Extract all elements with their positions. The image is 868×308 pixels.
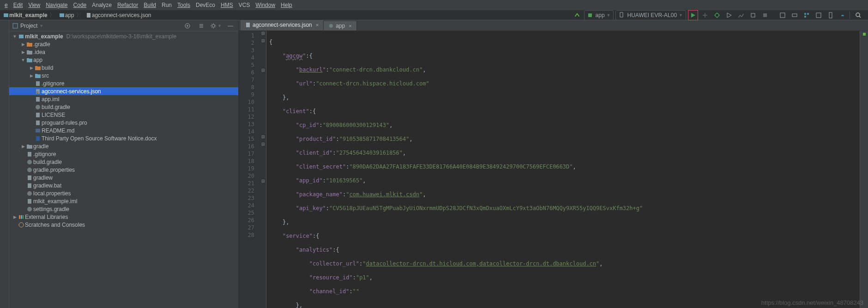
svg-rect-1: [60, 13, 64, 17]
code-editor[interactable]: 1234567891011121314151617181920212223242…: [239, 31, 868, 308]
hide-button[interactable]: —: [225, 21, 235, 31]
expand-icon[interactable]: ▼: [20, 58, 26, 62]
expand-icon[interactable]: ▶: [29, 66, 34, 70]
debug-button[interactable]: [712, 10, 722, 20]
tree-item[interactable]: gradle.properties: [9, 166, 238, 174]
file-icon: [26, 167, 33, 173]
tab-agconnect[interactable]: agconnect-services.json ×: [241, 20, 324, 30]
tree-item[interactable]: ▶gradle: [9, 142, 238, 150]
file-icon: [26, 49, 33, 55]
tree-item-label: .gitignore: [33, 151, 56, 157]
scratches-consoles[interactable]: Scratches and Consoles: [9, 221, 238, 229]
menu-window[interactable]: Window: [253, 1, 278, 9]
svg-rect-50: [21, 215, 22, 219]
menu-edit[interactable]: Edit: [11, 1, 26, 9]
menu-view[interactable]: View: [25, 1, 43, 9]
layout-inspector-button[interactable]: [814, 10, 824, 20]
tree-item[interactable]: .gitignore: [9, 79, 238, 87]
avd-manager-button[interactable]: [778, 10, 788, 20]
device-dropdown[interactable]: HUAWEI EVR-AL00 ▼: [615, 10, 686, 20]
tree-item[interactable]: local.properties: [9, 189, 238, 197]
sync-gradle-button[interactable]: [572, 10, 582, 20]
watermark-text: https://blog.csdn.net/weixin_48708243: [761, 299, 863, 306]
menu-run[interactable]: Run: [159, 1, 175, 9]
tree-item[interactable]: ▶src: [9, 72, 238, 79]
file-icon: [26, 159, 33, 165]
menu-file[interactable]: e: [2, 1, 11, 9]
tree-item[interactable]: {}agconnect-services.json: [9, 87, 238, 95]
tree-item[interactable]: proguard-rules.pro: [9, 119, 238, 127]
chevron-down-icon: ▼: [679, 13, 683, 18]
run-config-dropdown[interactable]: app ▼: [584, 10, 614, 20]
project-tree[interactable]: ▼ mlkit_example D:\workspace\mlkitdemo-3…: [9, 31, 238, 229]
file-icon: [26, 182, 33, 189]
tree-item-label: gradle.properties: [33, 167, 75, 173]
search-everywhere-button[interactable]: [853, 10, 863, 20]
run-button[interactable]: [688, 10, 698, 20]
breadcrumb-file[interactable]: agconnect-services.json: [84, 12, 152, 18]
chevron-down-icon[interactable]: ▼: [39, 24, 43, 28]
apply-changes-button[interactable]: [700, 10, 710, 20]
fold-gutter[interactable]: ⊟⊟⊟⊟⊟⊟: [261, 31, 266, 308]
menu-deveco[interactable]: DevEco: [193, 1, 218, 9]
breadcrumb-project[interactable]: mlkit_example 〉: [2, 11, 58, 19]
menu-tools[interactable]: Tools: [175, 1, 193, 9]
tree-item[interactable]: build.gradle: [9, 158, 238, 166]
tree-item[interactable]: gradlew: [9, 174, 238, 181]
menu-refactor[interactable]: Refactor: [115, 1, 141, 9]
stop-button[interactable]: [760, 10, 770, 20]
expand-icon[interactable]: ▶: [12, 215, 18, 219]
tree-item[interactable]: app.iml: [9, 95, 238, 103]
svg-text:{}: {}: [36, 91, 38, 94]
profile-button[interactable]: [736, 10, 746, 20]
tree-item[interactable]: build.gradle: [9, 103, 238, 111]
device-file-explorer-button[interactable]: [826, 10, 836, 20]
expand-icon[interactable]: ▶: [29, 73, 34, 78]
tree-item[interactable]: README.md: [9, 127, 238, 134]
tree-item[interactable]: ▶.gradle: [9, 40, 238, 48]
tree-item-label: gradlew.bat: [33, 182, 61, 189]
attach-debugger-button[interactable]: [748, 10, 758, 20]
tree-item[interactable]: ▼app: [9, 56, 238, 64]
menu-analyze[interactable]: Analyze: [89, 1, 115, 9]
breadcrumb-module[interactable]: app 〉: [58, 11, 84, 19]
menu-vcs[interactable]: VCS: [236, 1, 253, 9]
close-tab-icon[interactable]: ×: [314, 22, 319, 28]
left-tool-strip[interactable]: [0, 20, 9, 308]
svg-rect-25: [27, 58, 29, 60]
navigation-bar: mlkit_example 〉 app 〉 agconnect-services…: [0, 10, 868, 20]
expand-icon[interactable]: ▼: [12, 34, 18, 39]
tree-item[interactable]: settings.gradle: [9, 205, 238, 213]
tree-item[interactable]: .gitignore: [9, 150, 238, 158]
project-icon: [3, 12, 9, 18]
code-content[interactable]: { "agcgw":{ "backurl":"connect-drcn.dban…: [266, 31, 860, 308]
menu-code[interactable]: Code: [71, 1, 90, 9]
expand-icon[interactable]: ▶: [20, 42, 26, 47]
tree-item[interactable]: LICENSE: [9, 111, 238, 119]
editor-error-stripe[interactable]: [860, 31, 868, 308]
menu-build[interactable]: Build: [141, 1, 159, 9]
menu-help[interactable]: Help: [278, 1, 295, 9]
tree-item[interactable]: ▶.idea: [9, 48, 238, 56]
resource-manager-button[interactable]: [802, 10, 812, 20]
select-opened-file-button[interactable]: [182, 21, 193, 31]
collapse-all-button[interactable]: [196, 21, 206, 31]
expand-icon[interactable]: ▶: [20, 50, 26, 54]
menu-navigate[interactable]: Navigate: [43, 1, 70, 9]
settings-button[interactable]: ▼: [210, 21, 222, 31]
tab-app-gradle[interactable]: app ×: [324, 21, 356, 30]
tree-item[interactable]: ▶build: [9, 64, 238, 72]
tree-item[interactable]: gradlew.bat: [9, 181, 238, 189]
cloud-debug-button[interactable]: [838, 10, 848, 20]
tree-item-label: .gitignore: [42, 80, 64, 87]
menu-hms[interactable]: HMS: [218, 1, 236, 9]
sdk-manager-button[interactable]: [790, 10, 800, 20]
coverage-button[interactable]: [724, 10, 734, 20]
external-libraries[interactable]: ▶ External Libraries: [9, 213, 238, 221]
tree-item[interactable]: Third Party Open Source Software Notice.…: [9, 134, 238, 142]
tree-item-label: .gradle: [33, 41, 50, 48]
expand-icon[interactable]: ▶: [20, 144, 26, 149]
tree-root[interactable]: ▼ mlkit_example D:\workspace\mlkitdemo-3…: [9, 32, 238, 40]
tree-item[interactable]: mlkit_example.iml: [9, 197, 238, 205]
close-tab-icon[interactable]: ×: [347, 23, 351, 29]
